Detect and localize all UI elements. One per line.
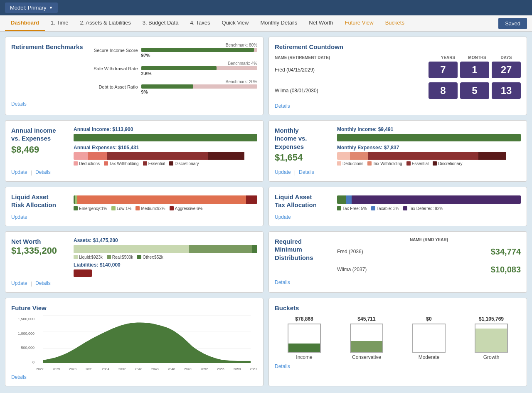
rmd-fred-value: $34,774 <box>491 247 521 257</box>
legend-low: Low:1% <box>111 206 132 211</box>
model-dropdown[interactable]: Model: Primary ▼ <box>5 2 58 13</box>
debt-benchmark-val: 20% <box>249 79 257 84</box>
secure-benchmark-val: 80% <box>249 43 257 47</box>
nav-quickview[interactable]: Quick View <box>216 15 255 31</box>
countdown-col-years: YEARS <box>433 55 463 60</box>
bucket-income-label: Income <box>296 354 312 360</box>
real-asset-seg <box>189 245 251 253</box>
assets-legend: Liquid:$923k Real:$500k Other:$52k <box>74 255 257 260</box>
x-2061: 2061 <box>250 367 257 371</box>
bucket-moderate: $0 Moderate <box>399 316 458 360</box>
deductions-color <box>74 161 78 166</box>
liquid-risk-card: Liquid Asset Risk Allocation <box>5 187 264 226</box>
net-worth-card: Net Worth $1,335,200 Assets: $1,475,200 … <box>5 231 264 293</box>
nav-dashboard[interactable]: Dashboard <box>5 15 45 31</box>
m-legend-tax: Tax Withholding <box>367 161 402 166</box>
medium-color <box>135 206 140 210</box>
benchmarks-title: Retirement Benchmarks <box>11 43 83 51</box>
future-view-chart <box>36 315 257 365</box>
rmd-details-link[interactable]: Details <box>275 279 290 285</box>
nav-taxes[interactable]: 4. Taxes <box>184 15 216 31</box>
m-tax-color <box>367 161 372 166</box>
bucket-conservative-fill <box>351 341 382 352</box>
networth-update-link[interactable]: Update <box>11 280 27 286</box>
bucket-growth-amount: $1,105,769 <box>479 316 504 322</box>
bucket-income-amount: $78,868 <box>295 316 313 322</box>
secure-benchmark-label: Benchmark: <box>226 43 248 47</box>
secure-income-row: Secure Income Score Benchmark: 80% 97% <box>87 43 257 58</box>
x-2022: 2022 <box>36 367 44 371</box>
legend-liquid: Liquid:$923k <box>74 255 103 260</box>
nav-networth[interactable]: Net Worth <box>303 15 339 31</box>
nav-budget[interactable]: 3. Budget Data <box>137 15 185 31</box>
nav-futureview[interactable]: Future View <box>339 15 379 31</box>
countdown-fred-row: Fred (04/15/2029) 7 1 27 <box>275 62 521 78</box>
countdown-details-link[interactable]: Details <box>275 103 290 109</box>
m-discret-label: Discretionary <box>438 161 462 166</box>
benchmarks-details-link[interactable]: Details <box>11 101 27 107</box>
monthly-income-card: Monthly Income vs. Expenses $1,654 Month… <box>268 120 527 182</box>
countdown-wilma-months: 5 <box>460 82 489 99</box>
main-content: Retirement Benchmarks Secure Income Scor… <box>0 32 532 393</box>
x-2040: 2040 <box>135 367 142 371</box>
monthly-update-link[interactable]: Update <box>275 169 291 175</box>
monthly-income-bar <box>337 134 521 141</box>
buckets-card: Buckets $78,868 Income $45,711 Conserv <box>268 298 527 387</box>
nav-monthly[interactable]: Monthly Details <box>254 15 303 31</box>
buckets-details-link[interactable]: Details <box>275 363 290 369</box>
risk-legend: Emergency:1% Low:1% Medium:92% Aggr <box>74 206 257 211</box>
rmd-fred-name: Fred (2036) <box>337 249 363 255</box>
annual-tax-seg <box>88 152 106 160</box>
countdown-wilma-name: Wilma (08/01/2030) <box>275 88 426 94</box>
x-2058: 2058 <box>234 367 241 371</box>
legend-emergency: Emergency:1% <box>74 206 107 211</box>
tax-free-label: Tax Free: 5% <box>342 206 367 211</box>
legend-deductions: Deductions <box>74 161 100 166</box>
low-color <box>111 206 116 210</box>
model-label: Model: Primary <box>10 5 46 11</box>
x-2025: 2025 <box>53 367 60 371</box>
essential-label: Essential <box>148 161 165 166</box>
x-2034: 2034 <box>102 367 109 371</box>
countdown-wilma-days: 13 <box>492 82 521 99</box>
risk-update-link[interactable]: Update <box>11 214 27 220</box>
annual-update-link[interactable]: Update <box>11 169 27 175</box>
annual-income-label: Annual Income: $113,900 <box>74 126 257 132</box>
m-deductions-label: Deductions <box>342 161 363 166</box>
m-legend-essential: Essential <box>406 161 429 166</box>
x-2046: 2046 <box>167 367 175 371</box>
nav-buckets[interactable]: Buckets <box>379 15 410 31</box>
medium-label: Medium:92% <box>141 206 165 211</box>
assets-label: Assets: $1,475,200 <box>74 237 257 243</box>
tax-update-link[interactable]: Update <box>275 214 291 220</box>
annual-income-card: Annual Income vs. Expenses $8,469 Annual… <box>5 120 264 182</box>
deductions-label: Deductions <box>79 161 100 166</box>
m-essential-label: Essential <box>412 161 429 166</box>
bucket-moderate-label: Moderate <box>419 354 440 360</box>
bucket-growth: $1,105,769 Growth <box>462 316 521 360</box>
legend-tax-withholding: Tax Withholding <box>104 161 139 166</box>
future-view-details-link[interactable]: Details <box>11 374 27 380</box>
nav-assets[interactable]: 2. Assets & Liabilities <box>74 15 137 31</box>
retirement-countdown-card: Retirement Countdown NAME (RETIREMENT DA… <box>268 37 527 115</box>
annual-details-link[interactable]: Details <box>35 169 51 175</box>
tax-withholding-label: Tax Withholding <box>109 161 139 166</box>
monthly-income-title: Monthly Income vs. Expenses <box>275 126 333 151</box>
nav-time[interactable]: 1. Time <box>45 15 74 31</box>
x-2031: 2031 <box>86 367 93 371</box>
safe-bar-val: 2.6% <box>141 71 257 76</box>
monthly-discret-seg <box>478 152 506 160</box>
assets-bar <box>74 245 257 253</box>
y-label-500: 500,000 <box>11 346 34 350</box>
rmd-title: Required Minimum Distributions <box>275 237 333 262</box>
legend-real: Real:$500k <box>107 255 133 260</box>
monthly-details-link[interactable]: Details <box>299 169 314 175</box>
networth-details-link[interactable]: Details <box>35 280 51 286</box>
countdown-fred-name: Fred (04/15/2029) <box>275 67 426 73</box>
saved-button[interactable]: Saved <box>498 18 527 29</box>
low-label: Low:1% <box>117 206 132 211</box>
y-label-0: 0 <box>11 360 34 364</box>
bucket-income: $78,868 Income <box>275 316 334 360</box>
annual-discret-seg <box>208 152 244 160</box>
annual-deductions-seg <box>74 152 88 160</box>
